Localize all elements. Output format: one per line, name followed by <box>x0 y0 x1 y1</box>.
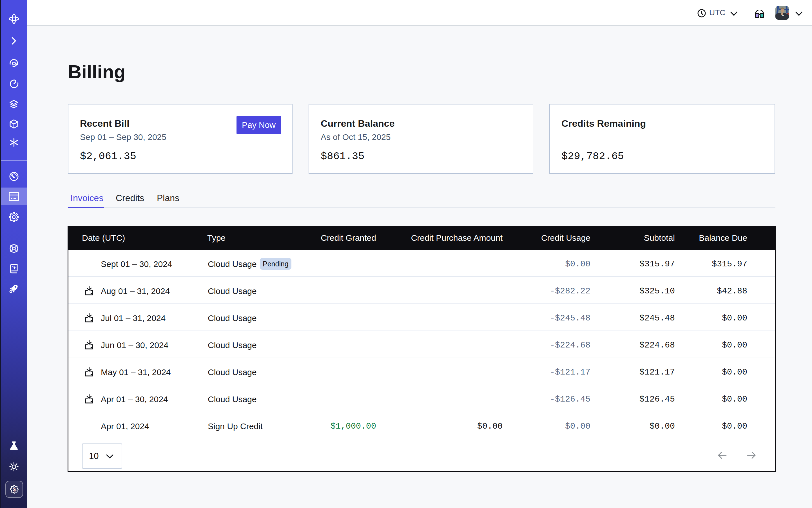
svg-text:$: $ <box>13 486 16 492</box>
